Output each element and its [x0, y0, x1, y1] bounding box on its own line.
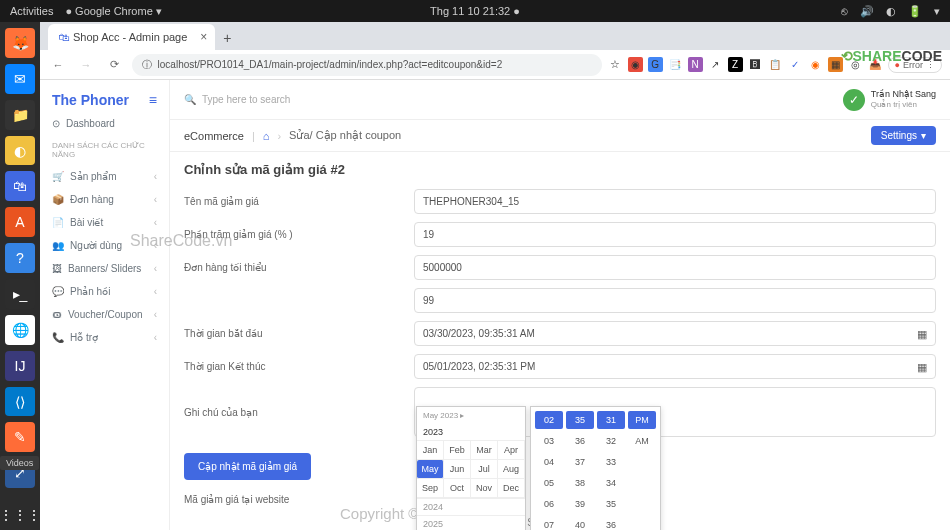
- tp-option[interactable]: 03: [535, 432, 563, 450]
- ext-icon[interactable]: Z: [728, 57, 743, 72]
- dp-current-year[interactable]: 2023: [417, 424, 525, 441]
- dp-year-option[interactable]: 2024: [417, 498, 525, 515]
- sidebar-item[interactable]: 📄Bài viết‹: [40, 211, 169, 234]
- dp-header[interactable]: May 2023 ▸: [417, 407, 525, 424]
- help-icon[interactable]: ?: [5, 243, 35, 273]
- forward-button[interactable]: →: [76, 55, 96, 75]
- apps-grid-icon[interactable]: ⋮⋮⋮: [5, 500, 35, 530]
- tp-option[interactable]: 36: [597, 516, 625, 530]
- input-min-order[interactable]: 5000000: [414, 255, 936, 280]
- browser-tab[interactable]: 🛍 Shop Acc - Admin page ×: [48, 24, 215, 50]
- new-tab-button[interactable]: +: [215, 26, 239, 50]
- home-icon[interactable]: ⌂: [263, 130, 270, 142]
- tray-icon[interactable]: ⎋: [841, 5, 848, 17]
- sidebar-item[interactable]: 🛒Sản phẩm‹: [40, 165, 169, 188]
- dp-month[interactable]: Mar: [471, 441, 498, 460]
- terminal-icon[interactable]: ▸_: [5, 279, 35, 309]
- dp-month[interactable]: Sep: [417, 479, 444, 498]
- tp-option[interactable]: 37: [566, 453, 594, 471]
- ext-icon[interactable]: 🅱: [748, 57, 763, 72]
- tp-option[interactable]: [628, 516, 656, 530]
- submit-button[interactable]: Cập nhật mã giảm giá: [184, 453, 311, 480]
- input-start-date[interactable]: 03/30/2023, 09:35:31 AM▦: [414, 321, 936, 346]
- settings-button[interactable]: Settings▾: [871, 126, 936, 145]
- intellij-icon[interactable]: IJ: [5, 351, 35, 381]
- tp-option[interactable]: 36: [566, 432, 594, 450]
- input-name[interactable]: THEPHONER304_15: [414, 189, 936, 214]
- tp-option[interactable]: 04: [535, 453, 563, 471]
- tp-option[interactable]: 32: [597, 432, 625, 450]
- ext-icon[interactable]: 📑: [668, 57, 683, 72]
- tp-selected[interactable]: 31: [597, 411, 625, 429]
- tp-option[interactable]: [628, 495, 656, 513]
- dp-month[interactable]: Jun: [444, 460, 471, 479]
- ext-icon[interactable]: N: [688, 57, 703, 72]
- ext-icon[interactable]: ◉: [808, 57, 823, 72]
- sidebar-item[interactable]: 🎟Voucher/Coupon‹: [40, 303, 169, 326]
- ext-icon[interactable]: ↗: [708, 57, 723, 72]
- app-icon[interactable]: ◐: [5, 136, 35, 166]
- ext-icon[interactable]: ◉: [628, 57, 643, 72]
- tray-icon[interactable]: 🔊: [860, 5, 874, 18]
- tp-option[interactable]: 05: [535, 474, 563, 492]
- ext-icon[interactable]: ✓: [788, 57, 803, 72]
- tp-option[interactable]: 06: [535, 495, 563, 513]
- tp-option[interactable]: 38: [566, 474, 594, 492]
- ext-icon[interactable]: 📋: [768, 57, 783, 72]
- dp-month[interactable]: Oct: [444, 479, 471, 498]
- dp-month[interactable]: Jul: [471, 460, 498, 479]
- hamburger-icon[interactable]: ≡: [149, 92, 157, 108]
- thunderbird-icon[interactable]: ✉: [5, 64, 35, 94]
- software-icon[interactable]: A: [5, 207, 35, 237]
- sidebar-item[interactable]: 🖼Banners/ Sliders‹: [40, 257, 169, 280]
- tray-icon[interactable]: 🔋: [908, 5, 922, 18]
- tp-option[interactable]: 33: [597, 453, 625, 471]
- sidebar-item[interactable]: 💬Phản hồi‹: [40, 280, 169, 303]
- vscode-icon[interactable]: ⟨⟩: [5, 387, 35, 417]
- dp-month[interactable]: Feb: [444, 441, 471, 460]
- ext-icon[interactable]: G: [648, 57, 663, 72]
- postman-icon[interactable]: ✎: [5, 422, 35, 452]
- system-time[interactable]: Thg 11 10 21:32 ●: [430, 5, 520, 17]
- dp-month[interactable]: May: [417, 460, 444, 479]
- app-icon[interactable]: 🛍: [5, 171, 35, 201]
- chrome-indicator[interactable]: ● Google Chrome ▾: [65, 5, 161, 18]
- tp-option[interactable]: 35: [597, 495, 625, 513]
- sidebar-item[interactable]: 📞Hỗ trợ‹: [40, 326, 169, 349]
- calendar-icon[interactable]: ▦: [917, 327, 927, 340]
- tp-option[interactable]: 40: [566, 516, 594, 530]
- chrome-icon[interactable]: 🌐: [5, 315, 35, 345]
- dp-month[interactable]: Jan: [417, 441, 444, 460]
- tp-selected[interactable]: 02: [535, 411, 563, 429]
- bookmark-icon[interactable]: ☆: [610, 58, 620, 71]
- tp-selected[interactable]: 35: [566, 411, 594, 429]
- time-picker-popup[interactable]: 023531PM033632AM043733053834063935074036…: [530, 406, 661, 530]
- input-end-date[interactable]: 05/01/2023, 02:35:31 PM▦: [414, 354, 936, 379]
- calendar-icon[interactable]: ▦: [917, 360, 927, 373]
- tp-option[interactable]: 39: [566, 495, 594, 513]
- reload-button[interactable]: ⟳: [104, 55, 124, 75]
- tp-selected[interactable]: PM: [628, 411, 656, 429]
- dp-month[interactable]: Dec: [498, 479, 525, 498]
- input-percent[interactable]: 19: [414, 222, 936, 247]
- firefox-icon[interactable]: 🦊: [5, 28, 35, 58]
- dp-month[interactable]: Nov: [471, 479, 498, 498]
- tp-option[interactable]: 34: [597, 474, 625, 492]
- search-input[interactable]: 🔍 Type here to search: [184, 94, 833, 105]
- dp-month[interactable]: Apr: [498, 441, 525, 460]
- sidebar-item-dashboard[interactable]: ⊙Dashboard: [40, 112, 169, 135]
- activities-label[interactable]: Activities: [10, 5, 53, 17]
- tp-option[interactable]: 07: [535, 516, 563, 530]
- app-logo[interactable]: The Phoner ≡: [40, 88, 169, 112]
- files-icon[interactable]: 📁: [5, 100, 35, 130]
- tray-icon[interactable]: ◐: [886, 5, 896, 18]
- sidebar-item[interactable]: 👥Người dùng‹: [40, 234, 169, 257]
- breadcrumb-root[interactable]: eCommerce: [184, 130, 244, 142]
- dp-year-option[interactable]: 2025: [417, 515, 525, 530]
- input-qty[interactable]: 99: [414, 288, 936, 313]
- close-tab-icon[interactable]: ×: [200, 30, 207, 44]
- user-menu[interactable]: ✓ Trần Nhật Sang Quản trị viên: [843, 89, 936, 111]
- url-input[interactable]: ⓘ localhost/PRO1014_DA1/main-project/adm…: [132, 54, 602, 76]
- tp-option[interactable]: [628, 474, 656, 492]
- tp-option[interactable]: [628, 453, 656, 471]
